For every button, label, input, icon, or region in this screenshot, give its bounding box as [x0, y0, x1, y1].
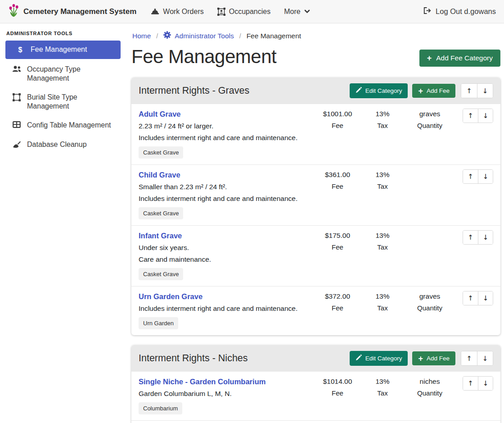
dollar-icon: $ [15, 45, 25, 55]
fee-description: Garden Columbarium L, M, N. [139, 390, 311, 398]
add-fee-button[interactable]: +Add Fee [412, 351, 455, 365]
breadcrumb-current: Fee Management [247, 32, 302, 40]
hard-hat-icon [151, 8, 159, 15]
sidebar-item-fee-management[interactable]: $ Fee Management [5, 41, 121, 59]
add-fee-label: Add Fee [427, 355, 450, 362]
nav-more[interactable]: More [284, 8, 310, 16]
move-down-button[interactable]: ↓ [477, 84, 493, 98]
fee-description: Includes interment right and care and ma… [139, 195, 311, 203]
nav-occupancies-label: Occupancies [229, 8, 271, 16]
fee-description: Smaller than 2.23 m² / 24 ft². [139, 183, 311, 191]
fee-category-card: Interment Rights - NichesEdit Category+A… [131, 345, 500, 423]
move-up-button[interactable]: ↑ [463, 291, 478, 305]
reorder-arrow-group: ↑↓ [461, 83, 493, 98]
fee-details: Child GraveSmaller than 2.23 m² / 24 ft²… [139, 169, 315, 219]
fee-quantity [405, 169, 454, 171]
fee-row: Urn Garden GraveIncludes interment right… [131, 287, 500, 335]
breadcrumb-admin-label: Administrator Tools [175, 32, 234, 40]
sidebar-item-label: Fee Management [31, 45, 87, 54]
breadcrumb-separator: / [156, 32, 158, 40]
reorder-arrow-group: ↑↓ [463, 169, 493, 184]
fee-quantity-label: Quantity [405, 304, 454, 312]
reorder-arrow-group: ↑↓ [463, 376, 493, 391]
add-fee-button[interactable]: +Add Fee [412, 84, 455, 98]
add-fee-category-button[interactable]: + Add Fee Category [419, 50, 500, 67]
fee-amount: $361.00Fee [315, 169, 360, 190]
fee-type-badge: Casket Grave [139, 268, 183, 280]
sidebar-item-burial-site-type[interactable]: Burial Site Type Management [5, 89, 121, 115]
fee-quantity-label: Quantity [405, 122, 454, 129]
fee-amount: $1001.00Fee [315, 109, 360, 129]
nav-work-orders-label: Work Orders [163, 8, 203, 16]
move-down-button[interactable]: ↓ [478, 377, 493, 390]
fee-details: Single Niche - Garden ColumbariumGarden … [139, 376, 315, 414]
sidebar-item-label: Occupancy Type Management [27, 65, 116, 83]
fee-amount-value: $361.00 [315, 171, 360, 179]
fee-description: 2.23 m² / 24 ft² or larger. [139, 122, 311, 130]
sidebar-item-occupancy-type[interactable]: Occupancy Type Management [5, 61, 121, 87]
fee-tax-value: 13% [360, 378, 405, 386]
fee-amount-value: $175.00 [315, 232, 360, 240]
move-down-button[interactable]: ↓ [478, 231, 493, 244]
edit-category-button[interactable]: Edit Category [350, 351, 408, 366]
edit-category-button[interactable]: Edit Category [350, 83, 408, 98]
fee-tax: 13%Tax [360, 169, 405, 190]
move-up-button[interactable]: ↑ [463, 109, 478, 123]
move-up-button[interactable]: ↑ [463, 231, 478, 244]
fee-tax-label: Tax [360, 389, 405, 397]
fee-name-link[interactable]: Infant Grave [139, 232, 182, 240]
app-title: Cemetery Management System [23, 7, 136, 16]
tulip-logo-icon [8, 4, 19, 19]
fee-details: Urn Garden GraveIncludes interment right… [139, 291, 315, 329]
fee-name-link[interactable]: Urn Garden Grave [139, 292, 202, 301]
fee-quantity-value: niches [405, 378, 454, 386]
fee-amount: $175.00Fee [315, 230, 360, 251]
breadcrumb-admin-link[interactable]: Administrator Tools [163, 31, 234, 41]
fee-name-link[interactable]: Child Grave [139, 171, 180, 179]
fee-tax-label: Tax [360, 182, 405, 190]
plus-icon: + [418, 355, 423, 362]
reorder-arrow-group: ↑↓ [463, 109, 493, 123]
edit-category-label: Edit Category [365, 87, 402, 94]
gear-icon [163, 31, 171, 41]
fee-name-link[interactable]: Adult Grave [139, 110, 181, 118]
sidebar-item-config-table[interactable]: Config Table Management [5, 117, 121, 134]
fee-amount-label: Fee [315, 182, 360, 190]
move-up-button[interactable]: ↑ [461, 351, 477, 365]
breadcrumb-separator: / [239, 32, 241, 40]
sidebar-item-database-cleanup[interactable]: Database Cleanup [5, 136, 121, 155]
broom-icon [12, 141, 22, 151]
move-down-button[interactable]: ↓ [478, 109, 493, 123]
fee-quantity-value: graves [405, 292, 454, 300]
fee-row: Companion Niche - Garden ColumbariumGard… [131, 421, 500, 423]
move-up-button[interactable]: ↑ [463, 170, 478, 183]
fee-details: Infant GraveUnder six years.Care and mai… [139, 230, 315, 280]
main-content: Home / Administrator Tool [126, 23, 504, 423]
pencil-icon [356, 355, 362, 362]
app-brand[interactable]: Cemetery Management System [8, 4, 136, 19]
fee-tax-label: Tax [360, 122, 405, 129]
fee-type-badge: Urn Garden [139, 317, 178, 329]
move-up-button[interactable]: ↑ [461, 84, 477, 98]
move-down-button[interactable]: ↓ [478, 291, 493, 305]
fee-tax-label: Tax [360, 304, 405, 312]
nav-work-orders[interactable]: Work Orders [151, 8, 203, 16]
breadcrumb: Home / Administrator Tool [132, 31, 500, 41]
fee-categories-list: Interment Rights - GravesEdit Category+A… [131, 77, 500, 423]
fee-type-badge: Columbarium [139, 402, 182, 414]
table-icon [12, 121, 22, 130]
move-up-button[interactable]: ↑ [463, 377, 478, 390]
fee-name-link[interactable]: Single Niche - Garden Columbarium [139, 378, 266, 386]
move-down-button[interactable]: ↓ [478, 170, 493, 183]
fee-row: Single Niche - Garden ColumbariumGarden … [131, 372, 500, 421]
nav-occupancies[interactable]: Occupancies [217, 8, 271, 16]
move-down-button[interactable]: ↓ [477, 351, 493, 365]
logout-icon [423, 7, 432, 16]
fee-category-title: Interment Rights - Graves [139, 85, 345, 96]
fee-quantity-value: graves [405, 110, 454, 118]
reorder-arrow-group: ↑↓ [461, 351, 493, 366]
fee-quantity: nichesQuantity [405, 376, 454, 397]
fee-description: Includes interment right and care and ma… [139, 134, 311, 142]
logout-button[interactable]: Log Out d.gowans [423, 7, 496, 16]
breadcrumb-home-link[interactable]: Home [132, 32, 151, 40]
